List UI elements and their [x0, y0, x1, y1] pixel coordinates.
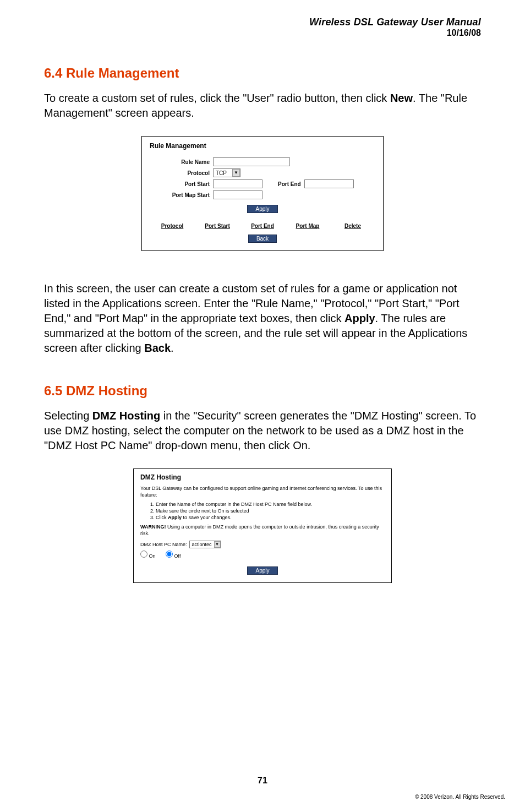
p2-b1: Apply	[344, 312, 375, 324]
p2-d: .	[171, 342, 174, 354]
col-port-map: Port Map	[288, 223, 327, 229]
doc-header: Wireless DSL Gateway User Manual 10/16/0…	[44, 17, 481, 38]
dmz-steps: Enter the Name of the computer in the DM…	[156, 502, 385, 521]
dmz-step-2: Make sure the circle next to On is selec…	[156, 508, 385, 515]
page-number: 71	[0, 776, 525, 786]
dmz-intro: Your DSL Gateway can be configured to su…	[140, 486, 385, 498]
intro-pre: To create a custom set of rules, click t…	[44, 92, 390, 104]
radio-off[interactable]	[166, 551, 173, 558]
port-map-start-label: Port Map Start	[150, 192, 213, 198]
back-button[interactable]: Back	[248, 235, 277, 243]
dmz-step-3: Click Apply to save your changes.	[156, 515, 385, 521]
section-6-4-intro: To create a custom set of rules, click t…	[44, 91, 481, 121]
dmz-host-value: actiontec	[190, 542, 214, 547]
dmz-step-1: Enter the Name of the computer in the DM…	[156, 502, 385, 508]
col-port-end: Port End	[243, 223, 282, 229]
radio-off-label[interactable]: Off	[166, 553, 181, 559]
chevron-down-icon: ▼	[214, 541, 221, 548]
dmz-warning: WARNING! Using a computer in DMZ mode op…	[140, 524, 385, 537]
copyright: © 2008 Verizon. All Rights Reserved.	[415, 794, 505, 800]
rule-management-figure: Rule Management Rule Name Protocol TCP ▼…	[141, 136, 384, 251]
port-map-start-input[interactable]	[213, 190, 262, 199]
p65-a: Selecting	[44, 410, 92, 422]
dmz-host-select[interactable]: actiontec ▼	[189, 541, 221, 548]
doc-date: 10/16/08	[44, 28, 481, 38]
col-protocol: Protocol	[153, 223, 192, 229]
port-end-label: Port End	[278, 181, 301, 187]
dmz-radio-row: On Off	[140, 551, 385, 559]
col-port-start: Port Start	[198, 223, 237, 229]
intro-bold: New	[390, 92, 413, 104]
protocol-label: Protocol	[150, 170, 213, 176]
radio-on[interactable]	[140, 551, 147, 558]
dmz-apply-button[interactable]: Apply	[247, 566, 277, 575]
col-delete: Delete	[333, 223, 372, 229]
port-end-input[interactable]	[304, 179, 354, 188]
warning-label: WARNING!	[140, 524, 166, 530]
p65-b1: DMZ Hosting	[92, 410, 160, 422]
radio-on-label[interactable]: On	[140, 553, 156, 559]
section-6-5-para: Selecting DMZ Hosting in the "Security" …	[44, 408, 481, 453]
apply-button[interactable]: Apply	[247, 205, 277, 213]
port-start-label: Port Start	[150, 181, 213, 187]
p2-b2: Back	[144, 342, 171, 354]
protocol-value: TCP	[214, 170, 232, 176]
port-start-input[interactable]	[213, 179, 262, 188]
rule-name-label: Rule Name	[150, 159, 213, 165]
rule-table-header: Protocol Port Start Port End Port Map De…	[150, 223, 375, 229]
rule-name-input[interactable]	[213, 157, 290, 166]
dmz-host-label: DMZ Host PC Name:	[140, 542, 187, 547]
dmz-hosting-figure: DMZ Hosting Your DSL Gateway can be conf…	[133, 468, 392, 583]
rule-management-title: Rule Management	[150, 142, 375, 150]
protocol-select[interactable]: TCP ▼	[213, 168, 240, 177]
warning-text: Using a computer in DMZ mode opens the c…	[140, 524, 379, 536]
dmz-hosting-title: DMZ Hosting	[140, 473, 385, 481]
section-6-5-heading: 6.5 DMZ Hosting	[44, 383, 481, 399]
section-6-4-heading: 6.4 Rule Management	[44, 66, 481, 81]
section-6-4-para2: In this screen, the user can create a cu…	[44, 281, 481, 356]
doc-title: Wireless DSL Gateway User Manual	[44, 17, 481, 28]
chevron-down-icon: ▼	[232, 169, 240, 177]
